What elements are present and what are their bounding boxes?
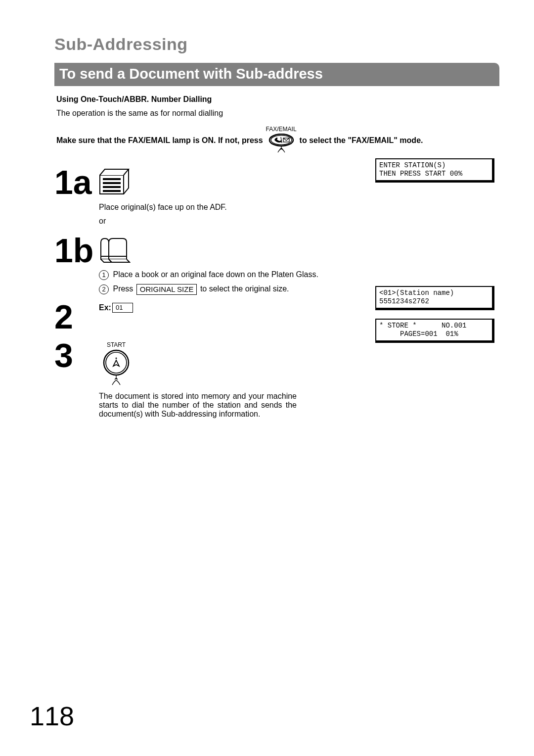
lcd-display-2: <01>(Station name) 5551234s2762: [375, 286, 494, 310]
svg-point-10: [116, 358, 117, 359]
platen-icon: [99, 236, 131, 264]
circled-2: 2: [99, 284, 109, 294]
svg-point-8: [104, 350, 129, 375]
step-num-1a: 1a: [54, 165, 99, 199]
svg-rect-6: [103, 186, 121, 188]
key-01: 01: [112, 303, 133, 313]
adf-icon: [99, 168, 134, 197]
step3-desc: The document is stored into memory and y…: [99, 392, 297, 419]
lcd-display-3: * STORE * NO.001 PAGES=001 01%: [375, 319, 494, 343]
section-heading: To send a Document with Sub-address: [54, 63, 499, 86]
step1b-line1: Place a book or an original face down on…: [113, 270, 318, 279]
page-title: Sub-Addressing: [54, 35, 499, 54]
sub-heading: Using One-Touch/ABBR. Number Dialling: [56, 95, 499, 104]
step2-ex: Ex:: [99, 303, 111, 312]
svg-rect-4: [103, 178, 121, 180]
page-number: 118: [30, 701, 74, 731]
instruction-pre: Make sure that the FAX/EMAIL lamp is ON.…: [56, 136, 263, 145]
step-num-3: 3: [54, 338, 99, 372]
svg-rect-5: [103, 182, 121, 184]
circled-1: 1: [99, 270, 109, 280]
start-label: START: [107, 341, 126, 348]
step1b-line2-post: to select the original size.: [200, 284, 289, 293]
fax-email-button: FAX/EMAIL: [266, 126, 297, 155]
fax-email-label: FAX/EMAIL: [266, 126, 297, 133]
svg-point-9: [106, 352, 127, 373]
step1a-text: Place original(s) face up on the ADF.: [99, 203, 499, 212]
start-button-icon: [100, 349, 132, 388]
step-num-1b: 1b: [54, 234, 99, 267]
original-size-button: ORIGINAL SIZE: [136, 284, 197, 295]
step-num-2: 2: [54, 300, 99, 333]
or-text: or: [99, 217, 499, 226]
lcd-display-1: ENTER STATION(S) THEN PRESS START 00%: [375, 158, 494, 183]
step1b-line2-pre: Press: [113, 284, 133, 293]
instruction-post: to select the "FAX/EMAIL" mode.: [300, 136, 423, 145]
svg-rect-7: [103, 190, 121, 192]
fax-email-icon: [267, 134, 295, 155]
intro-text: The operation is the same as for normal …: [56, 109, 499, 118]
